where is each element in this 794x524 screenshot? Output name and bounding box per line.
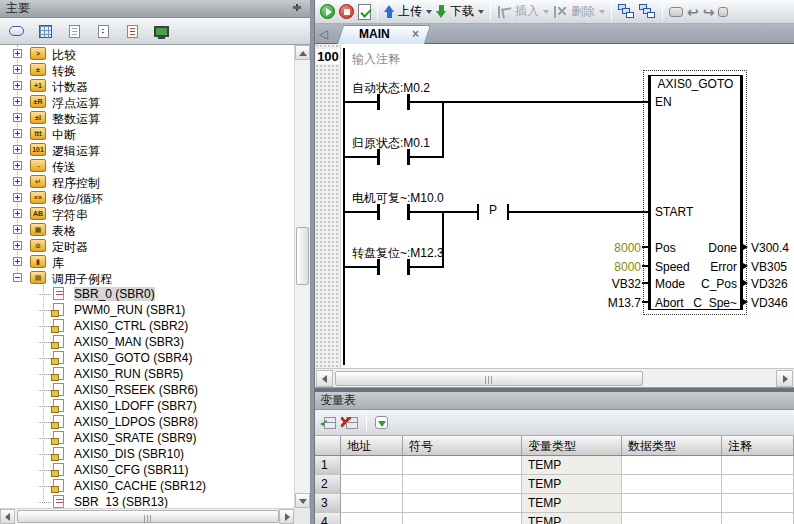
block-output-value-done[interactable]: V300.4 <box>751 241 789 255</box>
tree-horizontal-scrollbar[interactable] <box>0 508 294 524</box>
tab-close-icon[interactable]: × <box>412 27 419 41</box>
cell-var-type[interactable]: TEMP <box>522 456 622 475</box>
contact-bar[interactable] <box>377 204 380 220</box>
tree-subroutine-sbr0[interactable]: SBR_0 (SBR0) <box>0 286 294 302</box>
tree-subroutine-axis0-goto[interactable]: AXIS0_GOTO (SBR4) <box>0 350 294 366</box>
export-table-icon[interactable] <box>375 416 388 429</box>
tree-subroutine-axis0-ctrl[interactable]: AXIS0_CTRL (SBR2) <box>0 318 294 334</box>
pou-blocks-icon[interactable] <box>618 4 635 19</box>
pin-icon[interactable] <box>292 4 302 14</box>
cell-data-type[interactable] <box>622 456 722 475</box>
tree-subroutine-axis0-man[interactable]: AXIS0_MAN (SBR3) <box>0 334 294 350</box>
cell-data-type[interactable] <box>622 513 722 524</box>
cell-comment[interactable] <box>722 475 794 494</box>
expand-icon[interactable] <box>13 129 22 138</box>
cell-comment[interactable] <box>722 494 794 513</box>
tree-subroutine-pwm0-run[interactable]: PWM0_RUN (SBR1) <box>0 302 294 318</box>
tree-subroutine-axis0-ldpos[interactable]: AXIS0_LDPOS (SBR8) <box>0 414 294 430</box>
cell-symbol[interactable] <box>403 494 522 513</box>
header-address[interactable]: 地址 <box>341 436 403 456</box>
upload-dropdown-icon[interactable] <box>426 10 432 14</box>
block-output-value-error[interactable]: VB305 <box>751 260 787 274</box>
contact-bar[interactable] <box>377 259 380 275</box>
tree-item-logic[interactable]: 101逻辑运算 <box>0 142 294 158</box>
expand-icon[interactable] <box>13 241 22 250</box>
insert-row-icon[interactable] <box>320 416 336 430</box>
scrollbar-thumb[interactable] <box>17 510 279 523</box>
tree-item-program-control[interactable]: ↵程序控制 <box>0 174 294 190</box>
block-input-value-abort[interactable]: M13.7 <box>567 296 641 310</box>
upload-icon[interactable] <box>384 5 394 18</box>
cell-comment[interactable] <box>722 513 794 524</box>
ladder-horizontal-scrollbar[interactable] <box>315 368 794 388</box>
network-comment[interactable]: 输入注释 <box>352 51 400 68</box>
network-number[interactable]: 100 <box>316 49 340 64</box>
tree-item-float-math[interactable]: ±R浮点运算 <box>0 94 294 110</box>
header-symbol[interactable]: 符号 <box>403 436 522 456</box>
cell-symbol[interactable] <box>403 475 522 494</box>
download-dropdown-icon[interactable] <box>478 10 484 14</box>
tree-item-integer-math[interactable]: ±I整数运算 <box>0 110 294 126</box>
tree-subroutine-axis0-cfg[interactable]: AXIS0_CFG (SBR11) <box>0 462 294 478</box>
tree-item-table[interactable]: ▦表格 <box>0 222 294 238</box>
cell-address[interactable] <box>341 494 403 513</box>
contact-bar[interactable] <box>377 94 380 110</box>
expand-icon[interactable] <box>13 161 22 170</box>
tree-item-shift-rotate[interactable]: «»移位/循环 <box>0 190 294 206</box>
cell-data-type[interactable] <box>622 475 722 494</box>
stop-button[interactable] <box>339 4 354 19</box>
scroll-right-button[interactable] <box>279 509 294 524</box>
document-view-icon[interactable] <box>63 21 85 41</box>
ellipse-view-icon[interactable] <box>5 21 27 41</box>
expand-icon[interactable] <box>13 113 22 122</box>
contact-label-1[interactable]: 自动状态:M0.2 <box>352 80 430 97</box>
cell-address[interactable] <box>341 513 403 524</box>
expand-icon[interactable] <box>13 209 22 218</box>
cell-data-type[interactable] <box>622 494 722 513</box>
header-var-type[interactable]: 变量类型 <box>522 436 622 456</box>
cell-symbol[interactable] <box>403 456 522 475</box>
redo-icon[interactable]: ↪ <box>703 5 715 19</box>
block-title[interactable]: AXIS0_GOTO <box>648 77 743 91</box>
header-data-type[interactable]: 数据类型 <box>622 436 722 456</box>
block-input-value-pos[interactable]: 8000 <box>567 241 641 255</box>
contact-label-3[interactable]: 电机可复~:M10.0 <box>352 190 444 207</box>
expand-icon[interactable] <box>13 145 22 154</box>
scroll-up-button[interactable] <box>295 45 310 60</box>
header-comment[interactable]: 注释 <box>722 436 794 456</box>
grid-view-icon[interactable] <box>34 21 56 41</box>
pou-blocks-alt-icon[interactable] <box>639 4 656 19</box>
expand-icon[interactable] <box>13 81 22 90</box>
contact-label-2[interactable]: 归原状态:M0.1 <box>352 135 430 152</box>
tree-vertical-scrollbar[interactable] <box>294 45 310 508</box>
cell-var-type[interactable]: TEMP <box>522 494 622 513</box>
monitor-view-icon[interactable] <box>150 21 172 41</box>
tree-subroutine-axis0-ldoff[interactable]: AXIS0_LDOFF (SBR7) <box>0 398 294 414</box>
expand-icon[interactable] <box>13 49 22 58</box>
compile-icon[interactable] <box>358 4 371 20</box>
block-input-value-mode[interactable]: VB32 <box>567 277 641 291</box>
cell-symbol[interactable] <box>403 513 522 524</box>
tab-main[interactable]: MAIN × <box>337 25 425 44</box>
block-output-value-cpos[interactable]: VD326 <box>751 277 788 291</box>
tree-item-move[interactable]: →传送 <box>0 158 294 174</box>
contact-bar[interactable] <box>377 149 380 165</box>
cell-comment[interactable] <box>722 456 794 475</box>
tree-item-string[interactable]: AB字符串 <box>0 206 294 222</box>
scroll-right-button[interactable] <box>776 370 793 387</box>
expand-icon[interactable] <box>13 177 22 186</box>
clipped-tool-icon[interactable] <box>718 7 728 17</box>
edge-contact[interactable]: P <box>479 203 507 217</box>
download-icon[interactable] <box>436 5 446 18</box>
scroll-left-button[interactable] <box>0 509 15 524</box>
download-button[interactable]: 下载 <box>450 3 474 20</box>
cell-var-type[interactable]: TEMP <box>522 513 622 524</box>
tree-item-compare[interactable]: >比较 <box>0 46 294 62</box>
tree-subroutine-sbr13[interactable]: SBR_13 (SBR13) <box>0 494 294 508</box>
cell-address[interactable] <box>341 475 403 494</box>
block-input-value-speed[interactable]: 8000 <box>567 260 641 274</box>
delete-button[interactable]: 删除 <box>571 3 595 20</box>
scrollbar-thumb[interactable] <box>296 227 309 285</box>
tree-item-counter[interactable]: +1计数器 <box>0 78 294 94</box>
tree-item-call-subroutine[interactable]: ▤调用子例程 <box>0 270 294 286</box>
